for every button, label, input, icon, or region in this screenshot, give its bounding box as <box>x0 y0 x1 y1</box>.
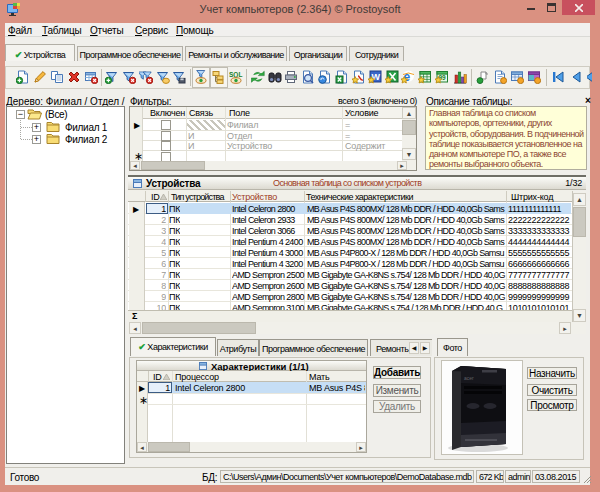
svg-text:acer: acer <box>464 375 474 381</box>
